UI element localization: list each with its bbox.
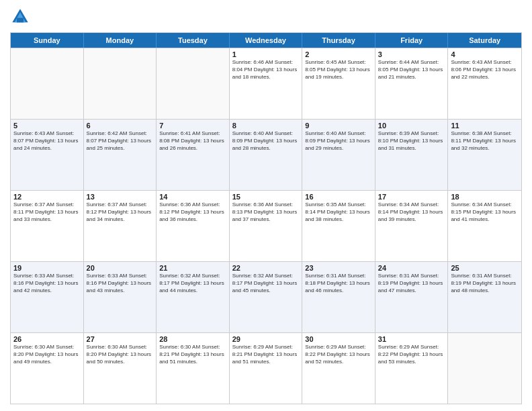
day-number: 27 — [87, 335, 154, 343]
day-cell-12: 12Sunrise: 6:37 AM Sunset: 8:11 PM Dayli… — [11, 191, 84, 261]
day-cell-25: 25Sunrise: 6:31 AM Sunset: 8:19 PM Dayli… — [448, 262, 521, 332]
day-number: 19 — [13, 264, 81, 272]
day-number: 23 — [305, 264, 372, 272]
day-info: Sunrise: 6:36 AM Sunset: 8:13 PM Dayligh… — [232, 201, 300, 223]
day-cell-22: 22Sunrise: 6:32 AM Sunset: 8:17 PM Dayli… — [230, 262, 303, 332]
day-cell-29: 29Sunrise: 6:29 AM Sunset: 8:21 PM Dayli… — [230, 333, 303, 404]
day-info: Sunrise: 6:37 AM Sunset: 8:12 PM Dayligh… — [87, 201, 154, 223]
day-info: Sunrise: 6:44 AM Sunset: 8:05 PM Dayligh… — [378, 59, 445, 81]
day-cell-8: 8Sunrise: 6:40 AM Sunset: 8:09 PM Daylig… — [230, 120, 303, 190]
day-number: 4 — [451, 50, 519, 58]
day-info: Sunrise: 6:35 AM Sunset: 8:14 PM Dayligh… — [305, 201, 372, 223]
day-cell-5: 5Sunrise: 6:43 AM Sunset: 8:07 PM Daylig… — [11, 120, 84, 190]
day-cell-19: 19Sunrise: 6:33 AM Sunset: 8:16 PM Dayli… — [11, 262, 84, 332]
day-info: Sunrise: 6:38 AM Sunset: 8:11 PM Dayligh… — [451, 130, 519, 152]
day-of-week-saturday: Saturday — [448, 33, 521, 48]
day-of-week-wednesday: Wednesday — [230, 33, 303, 48]
empty-cell — [11, 48, 84, 119]
day-number: 7 — [159, 122, 226, 130]
day-cell-21: 21Sunrise: 6:32 AM Sunset: 8:17 PM Dayli… — [157, 262, 230, 332]
day-info: Sunrise: 6:29 AM Sunset: 8:22 PM Dayligh… — [305, 344, 372, 365]
day-cell-24: 24Sunrise: 6:31 AM Sunset: 8:19 PM Dayli… — [375, 262, 449, 332]
day-info: Sunrise: 6:43 AM Sunset: 8:06 PM Dayligh… — [451, 59, 519, 81]
day-cell-14: 14Sunrise: 6:36 AM Sunset: 8:12 PM Dayli… — [157, 191, 230, 261]
calendar-header: SundayMondayTuesdayWednesdayThursdayFrid… — [11, 33, 521, 48]
day-number: 6 — [87, 122, 154, 130]
day-info: Sunrise: 6:40 AM Sunset: 8:09 PM Dayligh… — [305, 130, 372, 152]
day-number: 17 — [378, 193, 445, 201]
day-info: Sunrise: 6:32 AM Sunset: 8:17 PM Dayligh… — [159, 273, 226, 294]
day-info: Sunrise: 6:32 AM Sunset: 8:17 PM Dayligh… — [232, 273, 300, 294]
day-of-week-monday: Monday — [84, 33, 157, 48]
day-info: Sunrise: 6:31 AM Sunset: 8:19 PM Dayligh… — [378, 273, 445, 294]
day-info: Sunrise: 6:34 AM Sunset: 8:15 PM Dayligh… — [451, 201, 519, 223]
day-cell-18: 18Sunrise: 6:34 AM Sunset: 8:15 PM Dayli… — [448, 191, 521, 261]
day-cell-4: 4Sunrise: 6:43 AM Sunset: 8:06 PM Daylig… — [448, 48, 521, 119]
calendar-row-4: 19Sunrise: 6:33 AM Sunset: 8:16 PM Dayli… — [11, 261, 521, 332]
day-number: 24 — [378, 264, 445, 272]
header — [10, 7, 522, 27]
day-number: 16 — [305, 193, 372, 201]
day-info: Sunrise: 6:46 AM Sunset: 8:04 PM Dayligh… — [232, 59, 300, 81]
day-number: 8 — [232, 122, 300, 130]
day-cell-15: 15Sunrise: 6:36 AM Sunset: 8:13 PM Dayli… — [230, 191, 303, 261]
calendar-row-2: 5Sunrise: 6:43 AM Sunset: 8:07 PM Daylig… — [11, 119, 521, 190]
day-number: 18 — [451, 193, 519, 201]
logo-icon — [10, 7, 30, 27]
day-info: Sunrise: 6:39 AM Sunset: 8:10 PM Dayligh… — [378, 130, 445, 152]
day-cell-30: 30Sunrise: 6:29 AM Sunset: 8:22 PM Dayli… — [302, 333, 375, 404]
page: SundayMondayTuesdayWednesdayThursdayFrid… — [0, 0, 532, 411]
day-number: 26 — [13, 335, 81, 343]
day-number: 31 — [378, 335, 445, 343]
day-number: 11 — [451, 122, 519, 130]
day-cell-20: 20Sunrise: 6:33 AM Sunset: 8:16 PM Dayli… — [84, 262, 157, 332]
day-number: 5 — [13, 122, 81, 130]
day-info: Sunrise: 6:30 AM Sunset: 8:20 PM Dayligh… — [13, 344, 81, 365]
day-of-week-tuesday: Tuesday — [157, 33, 230, 48]
day-info: Sunrise: 6:29 AM Sunset: 8:21 PM Dayligh… — [232, 344, 300, 365]
calendar-row-1: 1Sunrise: 6:46 AM Sunset: 8:04 PM Daylig… — [11, 48, 521, 119]
day-cell-16: 16Sunrise: 6:35 AM Sunset: 8:14 PM Dayli… — [302, 191, 375, 261]
day-info: Sunrise: 6:31 AM Sunset: 8:19 PM Dayligh… — [451, 273, 519, 294]
empty-cell — [84, 48, 157, 119]
day-cell-7: 7Sunrise: 6:41 AM Sunset: 8:08 PM Daylig… — [157, 120, 230, 190]
calendar: SundayMondayTuesdayWednesdayThursdayFrid… — [10, 32, 522, 404]
svg-rect-2 — [17, 18, 24, 23]
day-cell-9: 9Sunrise: 6:40 AM Sunset: 8:09 PM Daylig… — [302, 120, 375, 190]
day-cell-23: 23Sunrise: 6:31 AM Sunset: 8:18 PM Dayli… — [302, 262, 375, 332]
day-number: 21 — [159, 264, 226, 272]
day-info: Sunrise: 6:42 AM Sunset: 8:07 PM Dayligh… — [87, 130, 154, 152]
day-cell-28: 28Sunrise: 6:30 AM Sunset: 8:21 PM Dayli… — [157, 333, 230, 404]
day-number: 29 — [232, 335, 300, 343]
day-of-week-sunday: Sunday — [11, 33, 84, 48]
day-info: Sunrise: 6:34 AM Sunset: 8:14 PM Dayligh… — [378, 201, 445, 223]
day-cell-10: 10Sunrise: 6:39 AM Sunset: 8:10 PM Dayli… — [375, 120, 449, 190]
day-number: 12 — [13, 193, 81, 201]
day-info: Sunrise: 6:33 AM Sunset: 8:16 PM Dayligh… — [87, 273, 154, 294]
day-number: 9 — [305, 122, 372, 130]
day-cell-3: 3Sunrise: 6:44 AM Sunset: 8:05 PM Daylig… — [375, 48, 449, 119]
day-info: Sunrise: 6:45 AM Sunset: 8:05 PM Dayligh… — [305, 59, 372, 81]
day-number: 13 — [87, 193, 154, 201]
day-number: 2 — [305, 50, 372, 58]
day-info: Sunrise: 6:30 AM Sunset: 8:21 PM Dayligh… — [159, 344, 226, 365]
day-number: 3 — [378, 50, 445, 58]
day-of-week-friday: Friday — [375, 33, 449, 48]
day-info: Sunrise: 6:43 AM Sunset: 8:07 PM Dayligh… — [13, 130, 81, 152]
day-info: Sunrise: 6:37 AM Sunset: 8:11 PM Dayligh… — [13, 201, 81, 223]
empty-cell — [157, 48, 230, 119]
day-number: 30 — [305, 335, 372, 343]
day-cell-6: 6Sunrise: 6:42 AM Sunset: 8:07 PM Daylig… — [84, 120, 157, 190]
day-number: 25 — [451, 264, 519, 272]
day-info: Sunrise: 6:36 AM Sunset: 8:12 PM Dayligh… — [159, 201, 226, 223]
day-cell-2: 2Sunrise: 6:45 AM Sunset: 8:05 PM Daylig… — [302, 48, 375, 119]
calendar-row-3: 12Sunrise: 6:37 AM Sunset: 8:11 PM Dayli… — [11, 190, 521, 261]
day-number: 1 — [232, 50, 300, 58]
day-info: Sunrise: 6:33 AM Sunset: 8:16 PM Dayligh… — [13, 273, 81, 294]
day-info: Sunrise: 6:40 AM Sunset: 8:09 PM Dayligh… — [232, 130, 300, 152]
logo — [10, 7, 33, 27]
day-number: 10 — [378, 122, 445, 130]
day-cell-26: 26Sunrise: 6:30 AM Sunset: 8:20 PM Dayli… — [11, 333, 84, 404]
day-number: 20 — [87, 264, 154, 272]
day-cell-11: 11Sunrise: 6:38 AM Sunset: 8:11 PM Dayli… — [448, 120, 521, 190]
